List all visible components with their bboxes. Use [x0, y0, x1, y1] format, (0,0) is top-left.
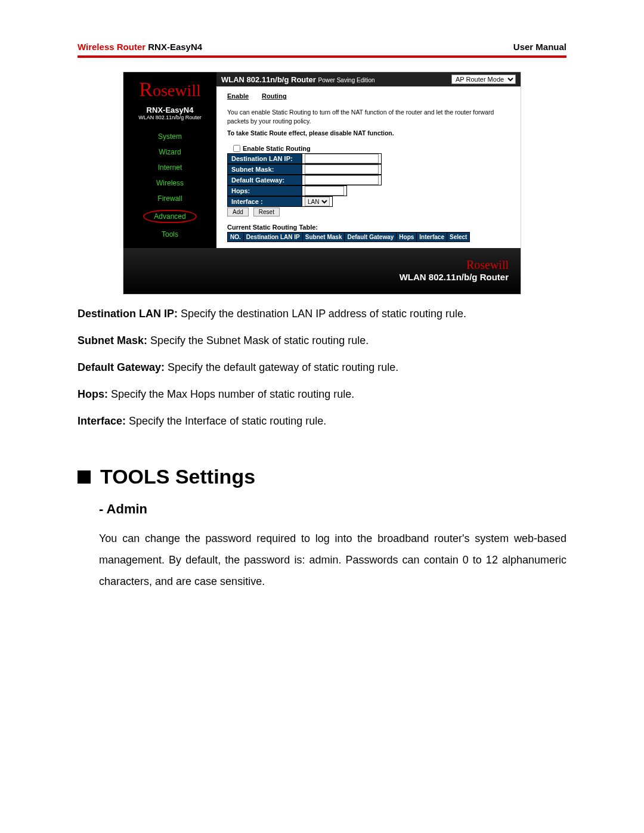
titlebar-subtitle: Power Saving Edition	[318, 77, 375, 83]
nav-internet[interactable]: Internet	[123, 160, 216, 175]
add-button[interactable]: Add	[227, 208, 249, 216]
tab-row: Enable Routing	[216, 86, 521, 100]
th-destip: Destination LAN IP	[243, 233, 302, 242]
def-term-3: Hops:	[78, 388, 108, 400]
routing-table-title: Current Static Routing Table:	[216, 219, 521, 232]
routing-table: NO. Destination LAN IP Subnet Mask Defau…	[227, 232, 470, 242]
form-area: Enable Static Routing Destination LAN IP…	[216, 140, 521, 219]
tab-routing[interactable]: Routing	[262, 92, 287, 100]
header-divider	[78, 55, 566, 58]
sidebar: Rosewill RNX-EasyN4 WLAN 802.11n/b/g Rou…	[123, 72, 216, 248]
def-text-2: Specify the default gateway of static ro…	[165, 361, 398, 373]
def-term-2: Default Gateway:	[78, 361, 165, 373]
th-subnet: Subnet Mask	[302, 233, 345, 242]
titlebar-title: WLAN 802.11n/b/g Router	[221, 75, 316, 84]
tools-settings-title: TOOLS Settings	[100, 465, 255, 488]
input-subnet[interactable]	[305, 165, 379, 174]
def-text-3: Specify the Max Hops number of static ro…	[108, 388, 354, 400]
select-interface[interactable]: LAN	[305, 197, 330, 206]
label-interface: Interface :	[227, 196, 302, 207]
nav-advanced[interactable]: Advanced	[123, 206, 216, 227]
def-text-4: Specify the Interface of static routing …	[126, 415, 326, 427]
nav-system[interactable]: System	[123, 129, 216, 144]
th-iface: Interface	[417, 233, 447, 242]
note-line2: To take Static Route effect, please disa…	[227, 129, 510, 138]
def-term-4: Interface:	[78, 415, 126, 427]
mode-select[interactable]: AP Router Mode	[451, 75, 516, 84]
titlebar: WLAN 802.11n/b/g Router Power Saving Edi…	[216, 72, 521, 86]
doc-header-right: User Manual	[513, 42, 566, 52]
label-subnet: Subnet Mask:	[227, 164, 302, 175]
def-text-0: Specify the destination LAN IP address o…	[178, 308, 466, 320]
tools-settings-heading: TOOLS Settings	[78, 465, 566, 488]
note-line1: You can enable Static Routing to turn of…	[227, 108, 510, 125]
enable-static-routing-checkbox[interactable]	[233, 145, 240, 152]
def-term-0: Destination LAN IP:	[78, 308, 178, 320]
th-no: NO.	[228, 233, 244, 242]
content-area: WLAN 802.11n/b/g Router Power Saving Edi…	[216, 72, 521, 248]
def-text-1: Specify the Subnet Mask of static routin…	[147, 335, 369, 346]
label-hops: Hops:	[227, 185, 302, 196]
tab-enable[interactable]: Enable	[227, 92, 249, 100]
model-label: RNX-EasyN4	[148, 42, 202, 52]
square-bullet-icon	[78, 470, 91, 484]
doc-header-left: Wireless Router RNX-EasyN4	[78, 42, 202, 52]
input-dest-ip[interactable]	[305, 154, 379, 163]
sidebar-model-sub: WLAN 802.11n/b/g Router	[123, 114, 216, 120]
sidebar-model: RNX-EasyN4	[123, 106, 216, 114]
rosewill-logo: Rosewill	[123, 76, 216, 106]
admin-paragraph: You can change the password required to …	[99, 528, 566, 592]
nav-firewall[interactable]: Firewall	[123, 191, 216, 206]
th-select: Select	[447, 233, 469, 242]
routing-note: You can enable Static Routing to turn of…	[216, 100, 521, 140]
doc-header: Wireless Router RNX-EasyN4 User Manual	[78, 42, 566, 55]
reset-button[interactable]: Reset	[253, 208, 280, 216]
nav-tools[interactable]: Tools	[123, 227, 216, 242]
label-dest-ip: Destination LAN IP:	[227, 153, 302, 164]
def-term-1: Subnet Mask:	[78, 335, 147, 346]
nav-wireless[interactable]: Wireless	[123, 175, 216, 191]
nav-wizard[interactable]: Wizard	[123, 144, 216, 160]
router-screenshot: Rosewill RNX-EasyN4 WLAN 802.11n/b/g Rou…	[123, 72, 521, 294]
footer-rosewill-logo: Rosewill	[135, 259, 509, 271]
router-footer: Rosewill WLAN 802.11n/b/g Router	[123, 248, 521, 294]
definitions-block: Destination LAN IP: Specify the destinat…	[78, 306, 566, 429]
admin-subheading: - Admin	[99, 501, 566, 517]
brand-label: Wireless Router	[78, 42, 145, 52]
footer-text: WLAN 802.11n/b/g Router	[135, 272, 509, 282]
th-hops: Hops	[397, 233, 417, 242]
label-gateway: Default Gateway:	[227, 175, 302, 185]
input-hops[interactable]	[305, 186, 344, 196]
th-gateway: Default Gateway	[345, 233, 397, 242]
enable-static-routing-label: Enable Static Routing	[243, 145, 311, 152]
input-gateway[interactable]	[305, 175, 379, 185]
